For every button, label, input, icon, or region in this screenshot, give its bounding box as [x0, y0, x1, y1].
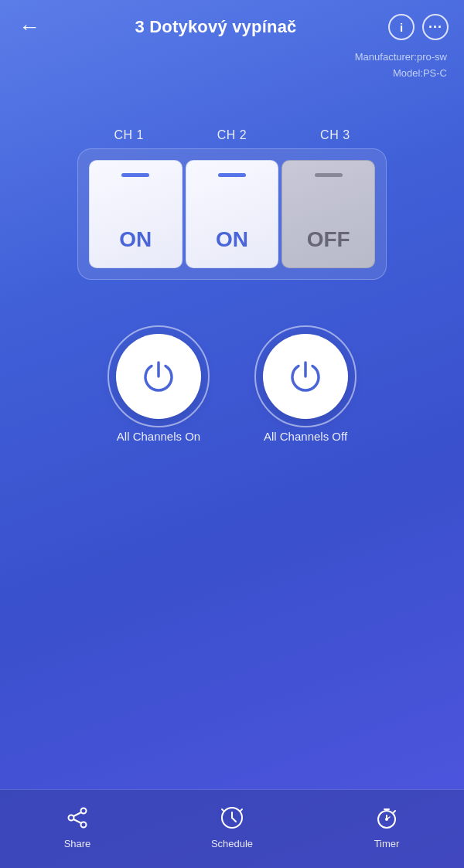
channel-2-state: ON: [216, 227, 248, 252]
info-button[interactable]: i: [388, 14, 415, 40]
device-info: Manufacturer:pro-sw Model:PS-C: [0, 46, 464, 82]
channel-1-state: ON: [119, 227, 152, 252]
channel-1-label: CH 1: [77, 128, 180, 142]
all-off-circle: [263, 334, 348, 419]
power-on-icon: [138, 356, 179, 397]
page-title: 3 Dotykový vypínač: [135, 17, 296, 37]
model-label: Model:PS-C: [17, 66, 447, 82]
all-channels-off-button[interactable]: All Channels Off: [263, 334, 348, 443]
timer-label: Timer: [374, 838, 400, 849]
channel-3-state: OFF: [307, 227, 350, 252]
channel-2-switch[interactable]: ON: [186, 160, 279, 268]
manufacturer-label: Manufacturer:pro-sw: [17, 49, 447, 66]
timer-icon: [373, 804, 401, 832]
all-on-label: All Channels On: [117, 430, 200, 443]
header-icons: i ···: [388, 14, 449, 40]
all-channels-on-button[interactable]: All Channels On: [116, 334, 201, 443]
more-button[interactable]: ···: [422, 14, 449, 40]
main-content: CH 1 CH 2 CH 3 ON ON OFF All Channels: [0, 82, 464, 789]
channel-3-label: CH 3: [284, 128, 387, 142]
channel-1-indicator: [121, 173, 149, 177]
back-button[interactable]: ←: [15, 15, 43, 39]
power-section: All Channels On All Channels Off: [116, 334, 348, 443]
nav-schedule[interactable]: Schedule: [155, 804, 309, 849]
nav-share[interactable]: Share: [0, 804, 155, 849]
channel-2-label: CH 2: [180, 128, 283, 142]
channel-2-indicator: [218, 173, 246, 177]
channel-1-switch[interactable]: ON: [89, 160, 183, 268]
schedule-label: Schedule: [211, 838, 253, 849]
schedule-icon: [218, 804, 246, 832]
svg-line-4: [73, 819, 81, 823]
share-label: Share: [64, 838, 91, 849]
bottom-nav: Share Schedule Timer: [0, 789, 464, 868]
channel-3-indicator: [315, 173, 343, 177]
svg-line-3: [73, 812, 81, 816]
all-off-label: All Channels Off: [264, 430, 347, 443]
channel-3-switch[interactable]: OFF: [281, 160, 375, 268]
svg-line-11: [394, 811, 395, 812]
power-off-icon: [285, 356, 326, 397]
share-icon: [63, 804, 91, 832]
all-on-circle: [116, 334, 201, 419]
nav-timer[interactable]: Timer: [309, 804, 464, 849]
svg-line-7: [232, 818, 236, 822]
channel-labels: CH 1 CH 2 CH 3: [77, 128, 387, 142]
switch-panel: ON ON OFF: [77, 148, 387, 280]
header: ← 3 Dotykový vypínač i ···: [0, 0, 464, 46]
